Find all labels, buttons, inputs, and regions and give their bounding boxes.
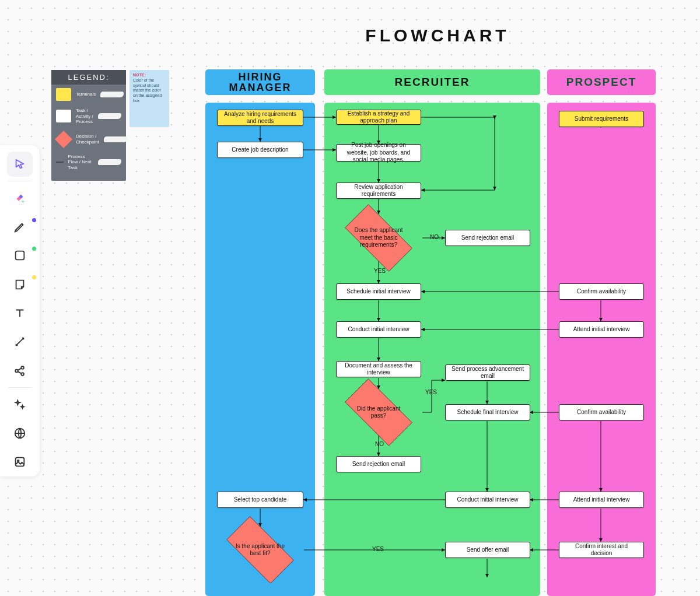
node-r-rej2[interactable]: Send rejection email [336, 456, 421, 472]
node-p-conf2[interactable]: Confirm availability [559, 404, 644, 420]
node-text: Conduct initial interview [457, 496, 518, 504]
paint-swipe [104, 136, 127, 142]
node-hm-select[interactable]: Select top candidate [217, 492, 303, 508]
legend-row-terminals: Terminals [51, 85, 126, 104]
node-p-conf1[interactable]: Confirm availability [559, 283, 644, 300]
node-r-advance[interactable]: Send process advancement email [445, 364, 530, 381]
edge-label-no: NO [430, 234, 439, 240]
paint-swipe [98, 113, 121, 119]
node-text: Confirm availability [577, 409, 626, 416]
node-text: Post job openings on website, job boards… [341, 142, 416, 164]
canvas[interactable]: + FLOWC [0, 0, 700, 596]
paint-swipe [100, 92, 124, 97]
node-r-reviewreq[interactable]: Review application requirements [336, 183, 421, 199]
node-text: Does the applicant meet the basic requir… [335, 215, 422, 261]
node-text: Schedule final interview [457, 409, 518, 416]
node-text: Attend initial interview [573, 496, 630, 504]
node-text: Did the applicant pass? [335, 389, 422, 436]
node-r-strategy[interactable]: Establish a strategy and approach plan [336, 110, 421, 125]
legend-title: LEGEND: [51, 70, 126, 85]
node-text: Analyze hiring requirements and needs [222, 111, 298, 125]
swatch-terminal [56, 88, 71, 101]
swatch-flow-arrow [56, 159, 64, 165]
paint-swipe [98, 159, 121, 165]
legend-label: Task / Activity / Process [76, 108, 93, 125]
node-r-docassess[interactable]: Document and assess the interview [336, 361, 421, 377]
node-text: Confirm interest and decision [564, 543, 639, 558]
node-r-condinit[interactable]: Conduct initial interview [336, 321, 421, 338]
node-r-post[interactable]: Post job openings on website, job boards… [336, 144, 421, 162]
legend-row-task: Task / Activity / Process [51, 104, 126, 128]
note-label: NOTE: [133, 73, 146, 77]
legend-label: Decision / Checkpoint [76, 134, 99, 145]
node-r-rej1[interactable]: Send rejection email [445, 230, 530, 246]
node-r-basicreq[interactable]: Does the applicant meet the basic requir… [335, 215, 422, 261]
legend-row-decision: Decision / Checkpoint [51, 128, 126, 150]
node-hm-bestfit[interactable]: Is the applicant the best fit? [216, 527, 304, 573]
node-text: Review application requirements [341, 184, 416, 198]
node-text: Schedule initial interview [346, 288, 411, 296]
legend-note[interactable]: NOTE: Color of the symbol should match t… [130, 70, 169, 127]
node-p-attend2[interactable]: Attend initial interview [559, 492, 644, 508]
node-r-pass[interactable]: Did the applicant pass? [335, 389, 422, 436]
node-r-schedinit[interactable]: Schedule initial interview [336, 283, 421, 300]
node-text: Establish a strategy and approach plan [341, 110, 416, 125]
node-hm-createjd[interactable]: Create job description [217, 142, 303, 158]
node-r-offer[interactable]: Send offer email [445, 542, 530, 558]
node-p-confirm-interest[interactable]: Confirm interest and decision [559, 542, 644, 558]
node-text: Create job description [232, 146, 288, 154]
node-text: Document and assess the interview [341, 362, 416, 377]
node-hm-analyze[interactable]: Analyze hiring requirements and needs [217, 110, 303, 126]
node-p-submit[interactable]: Submit requirements [559, 111, 644, 127]
node-text: Send process advancement email [450, 366, 525, 380]
node-text: Is the applicant the best fit? [216, 527, 304, 573]
legend-card[interactable]: LEGEND: Terminals Task / Activity / Proc… [51, 70, 126, 181]
edge-label-yes: YES [425, 389, 437, 395]
legend-label: Process Flow / Next Task [68, 154, 93, 171]
node-text: Confirm availability [577, 288, 626, 296]
node-text: Send offer email [467, 546, 509, 554]
legend-row-flow: Process Flow / Next Task [51, 150, 126, 174]
edge-label-yes: YES [374, 268, 386, 274]
node-text: Send rejection email [461, 234, 514, 242]
node-text: Attend initial interview [573, 326, 630, 334]
node-text: Send rejection email [352, 461, 405, 468]
swatch-task [56, 110, 71, 122]
node-text: Conduct initial interview [348, 326, 409, 334]
node-r-condfinal[interactable]: Conduct initial interview [445, 492, 530, 508]
note-body: Color of the symbol should match the col… [133, 78, 162, 103]
node-p-attend1[interactable]: Attend initial interview [559, 321, 644, 338]
edge-label-yes: YES [372, 546, 384, 552]
node-text: Select top candidate [234, 496, 287, 504]
legend-label: Terminals [76, 92, 96, 97]
swatch-decision [55, 131, 72, 148]
edge-label-no: NO [375, 441, 384, 447]
node-r-schedfinal[interactable]: Schedule final interview [445, 404, 530, 420]
node-text: Submit requirements [575, 115, 628, 123]
